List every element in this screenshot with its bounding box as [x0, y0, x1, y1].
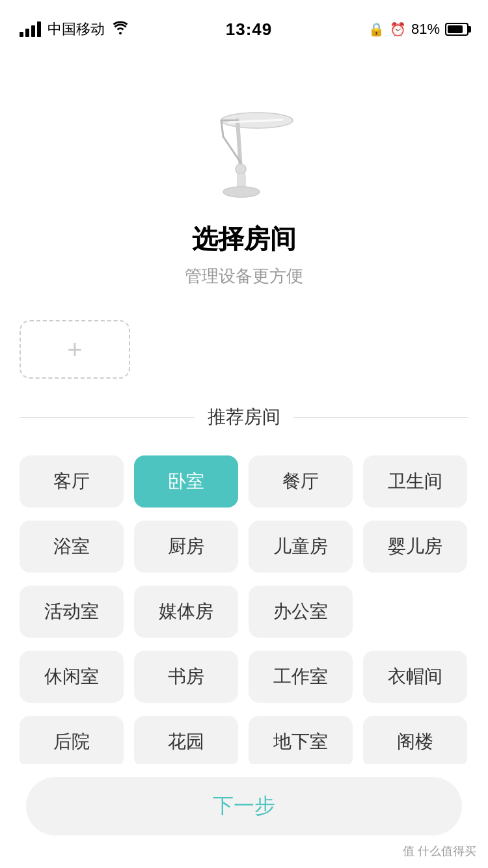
room-chip-mediaroom[interactable]: 媒体房 — [134, 586, 238, 638]
plus-icon: + — [67, 335, 82, 364]
section-title: 推荐房间 — [208, 405, 280, 429]
carrier-name: 中国移动 — [47, 20, 105, 39]
room-grid: 客厅 卧室 餐厅 卫生间 浴室 厨房 儿童房 婴儿房 活动室 媒体房 办公室 休… — [20, 455, 468, 768]
room-chip-workroom[interactable]: 工作室 — [249, 651, 353, 703]
page-subtitle: 管理设备更方便 — [185, 265, 303, 288]
room-row-1: 客厅 卧室 餐厅 卫生间 — [20, 455, 468, 508]
status-right: 🔒 ⏰ 81% — [368, 21, 468, 38]
page-title: 选择房间 — [192, 221, 296, 257]
room-chip-office[interactable]: 办公室 — [249, 586, 353, 638]
room-chip-study[interactable]: 书房 — [134, 651, 238, 703]
room-chip-backyard[interactable]: 后院 — [20, 716, 124, 768]
status-left: 中国移动 — [20, 20, 129, 39]
room-chip-living[interactable]: 客厅 — [20, 455, 124, 508]
room-chip-basement[interactable]: 地下室 — [249, 716, 353, 768]
wifi-icon — [111, 20, 129, 38]
room-chip-loft[interactable]: 阁楼 — [363, 716, 467, 768]
watermark: 值 什么值得买 — [398, 841, 481, 861]
room-row-5: 后院 花园 地下室 阁楼 — [20, 716, 468, 768]
alarm-icon: ⏰ — [390, 21, 406, 37]
battery-percent: 81% — [411, 21, 440, 38]
room-chip-bathroom[interactable]: 卫生间 — [363, 455, 467, 508]
room-chip-babyroom[interactable]: 婴儿房 — [363, 521, 467, 573]
room-chip-activityroom[interactable]: 活动室 — [20, 586, 124, 638]
room-chip-kitchen[interactable]: 厨房 — [134, 521, 238, 573]
room-row-2: 浴室 厨房 儿童房 婴儿房 — [20, 521, 468, 573]
room-chip-dining[interactable]: 餐厅 — [249, 455, 353, 508]
add-room-button[interactable]: + — [20, 320, 130, 379]
main-content: 选择房间 管理设备更方便 + 推荐房间 客厅 卧室 餐厅 卫生间 浴室 厨房 儿… — [0, 52, 488, 868]
next-button[interactable]: 下一步 — [26, 777, 462, 835]
battery-icon — [445, 23, 468, 36]
device-image — [179, 78, 309, 208]
lock-icon: 🔒 — [368, 21, 385, 37]
room-row-4: 休闲室 书房 工作室 衣帽间 — [20, 651, 468, 703]
room-chip-kidsroom[interactable]: 儿童房 — [249, 521, 353, 573]
signal-icon — [20, 21, 41, 37]
room-chip-bath[interactable]: 浴室 — [20, 521, 124, 573]
status-bar: 中国移动 13:49 🔒 ⏰ 81% — [0, 0, 488, 52]
divider-left — [20, 417, 195, 418]
room-chip-bedroom[interactable]: 卧室 — [134, 455, 238, 508]
room-chip-wardrobe[interactable]: 衣帽间 — [363, 651, 467, 703]
status-time: 13:49 — [226, 20, 273, 40]
divider-right — [293, 417, 468, 418]
section-divider: 推荐房间 — [20, 405, 468, 429]
room-chip-garden[interactable]: 花园 — [134, 716, 238, 768]
room-row-3: 活动室 媒体房 办公室 — [20, 586, 468, 638]
svg-point-4 — [223, 187, 260, 197]
room-chip-lounge[interactable]: 休闲室 — [20, 651, 124, 703]
